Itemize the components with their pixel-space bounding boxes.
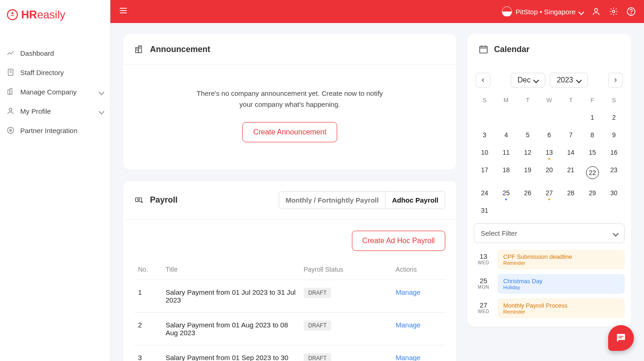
- cell-title: Salary Payment from 01 Sep 2023 to 30 Se…: [162, 345, 300, 361]
- calendar-day[interactable]: 21: [560, 163, 581, 182]
- cell-no: 2: [134, 313, 162, 345]
- svg-point-26: [138, 198, 139, 200]
- event-title: CPF Submission deadline: [503, 253, 619, 260]
- calendar-prev-button[interactable]: [476, 73, 490, 87]
- calendar-event[interactable]: 27WEDMonthly Payroll ProcessReminder: [474, 298, 625, 318]
- sidebar-item-partner-integration[interactable]: Partner Integration: [0, 121, 110, 140]
- calendar-day[interactable]: 24: [474, 186, 495, 199]
- cell-status: DRAFT: [300, 345, 392, 361]
- calendar-day[interactable]: 31: [474, 204, 495, 217]
- calendar-day[interactable]: 14: [560, 146, 581, 159]
- cell-title: Salary Payment from 01 Aug 2023 to 08 Au…: [162, 313, 300, 345]
- calendar-day[interactable]: 25: [495, 186, 517, 199]
- calendar-day[interactable]: 5: [517, 128, 539, 141]
- sidebar-item-my-profile[interactable]: My Profile: [0, 101, 110, 121]
- calendar-day[interactable]: 17: [474, 163, 495, 182]
- calendar-day[interactable]: 27: [539, 186, 560, 199]
- event-dot: [505, 198, 507, 200]
- tenant-switcher[interactable]: PitStop • Singapore: [502, 6, 583, 17]
- calendar-day[interactable]: 8: [581, 128, 603, 141]
- calendar-day[interactable]: 16: [603, 146, 625, 159]
- announcement-icon: [134, 44, 144, 54]
- calendar-day[interactable]: 28: [560, 186, 581, 199]
- sidebar-item-staff-directory[interactable]: Staff Directory: [0, 63, 110, 82]
- col-no: No.: [134, 259, 162, 280]
- gear-icon[interactable]: [609, 7, 618, 16]
- calendar-filter[interactable]: Select Filter: [474, 223, 625, 243]
- dow-label: W: [539, 94, 560, 106]
- dow-label: T: [560, 94, 581, 106]
- event-date: 27WED: [474, 298, 493, 318]
- brand-logo[interactable]: HReasily: [0, 0, 110, 29]
- svg-point-7: [9, 108, 12, 111]
- event-type: Reminder: [503, 309, 619, 314]
- help-icon[interactable]: [627, 7, 636, 16]
- calendar-card: Calendar Dec 2023: [467, 34, 631, 326]
- create-announcement-button[interactable]: Create Announcement: [242, 122, 337, 142]
- manage-link[interactable]: Manage: [396, 354, 420, 361]
- svg-rect-25: [136, 198, 142, 201]
- calendar-day[interactable]: 29: [581, 186, 603, 199]
- calendar-day[interactable]: 2: [603, 111, 625, 124]
- sidebar-item-dashboard[interactable]: Dashboard: [0, 43, 110, 63]
- dow-label: M: [495, 94, 517, 106]
- calendar-day[interactable]: 22: [581, 163, 603, 182]
- svg-point-1: [12, 12, 13, 14]
- calendar-day[interactable]: 19: [517, 163, 539, 182]
- svg-point-15: [595, 8, 598, 12]
- calendar-day[interactable]: 1: [581, 111, 603, 124]
- calendar-day[interactable]: 23: [603, 163, 625, 182]
- flag-icon: [502, 6, 512, 17]
- event-title: Monthly Payroll Process: [503, 302, 619, 309]
- calendar-day[interactable]: 11: [495, 146, 517, 159]
- calendar-event[interactable]: 25MONChristmas DayHoliday: [474, 274, 625, 294]
- manage-link[interactable]: Manage: [396, 288, 420, 296]
- calendar-day[interactable]: 26: [517, 186, 539, 199]
- chevron-down-icon: [577, 76, 581, 84]
- payroll-icon: [134, 195, 144, 205]
- dow-label: S: [603, 94, 625, 106]
- nav-icon: [6, 107, 15, 115]
- sidebar-item-label: Dashboard: [20, 49, 54, 57]
- cell-title: Salary Payment from 01 Jul 2023 to 31 Ju…: [162, 280, 300, 313]
- calendar-day[interactable]: 30: [603, 186, 625, 199]
- calendar-event[interactable]: 13WEDCPF Submission deadlineReminder: [474, 250, 625, 269]
- event-type: Reminder: [503, 260, 619, 266]
- cell-status: DRAFT: [300, 280, 392, 313]
- calendar-day[interactable]: 13: [539, 146, 560, 159]
- announcement-heading: Announcement: [150, 45, 210, 54]
- col-actions: Actions: [392, 259, 445, 280]
- col-status: Payroll Status: [300, 259, 392, 280]
- status-badge: DRAFT: [304, 320, 331, 331]
- calendar-next-button[interactable]: [608, 73, 623, 87]
- brand-icon: [6, 9, 18, 21]
- calendar-day[interactable]: 10: [474, 146, 495, 159]
- year-selector[interactable]: 2023: [550, 73, 588, 87]
- hamburger-icon[interactable]: [119, 6, 128, 17]
- calendar-day[interactable]: 12: [517, 146, 539, 159]
- chevron-down-icon: [99, 88, 104, 96]
- nav-icon: [6, 126, 15, 134]
- calendar-day[interactable]: 7: [560, 128, 581, 141]
- user-icon[interactable]: [592, 7, 601, 16]
- calendar-day[interactable]: 18: [495, 163, 517, 182]
- sidebar-item-manage-company[interactable]: Manage Company: [0, 82, 110, 101]
- calendar-day[interactable]: 3: [474, 128, 495, 141]
- svg-rect-32: [619, 338, 622, 338]
- cell-no: 1: [134, 280, 162, 313]
- chat-fab[interactable]: [608, 325, 634, 351]
- calendar-day[interactable]: 9: [603, 128, 625, 141]
- calendar-day[interactable]: 15: [581, 146, 603, 159]
- manage-link[interactable]: Manage: [396, 321, 420, 329]
- chevron-down-icon: [579, 8, 583, 16]
- calendar-day[interactable]: 6: [539, 128, 560, 141]
- calendar-day[interactable]: 4: [495, 128, 517, 141]
- payroll-card: Payroll Monthly / Fortnightly Payroll Ad…: [123, 181, 456, 361]
- month-selector[interactable]: Dec: [511, 73, 545, 87]
- tab-monthly[interactable]: Monthly / Fortnightly Payroll: [279, 192, 385, 209]
- tab-adhoc[interactable]: Adhoc Payroll: [385, 192, 445, 209]
- table-row: 3Salary Payment from 01 Sep 2023 to 30 S…: [134, 345, 445, 361]
- event-type: Holiday: [503, 285, 619, 290]
- calendar-day[interactable]: 20: [539, 163, 560, 182]
- create-adhoc-payroll-button[interactable]: Create Ad Hoc Payroll: [352, 231, 445, 251]
